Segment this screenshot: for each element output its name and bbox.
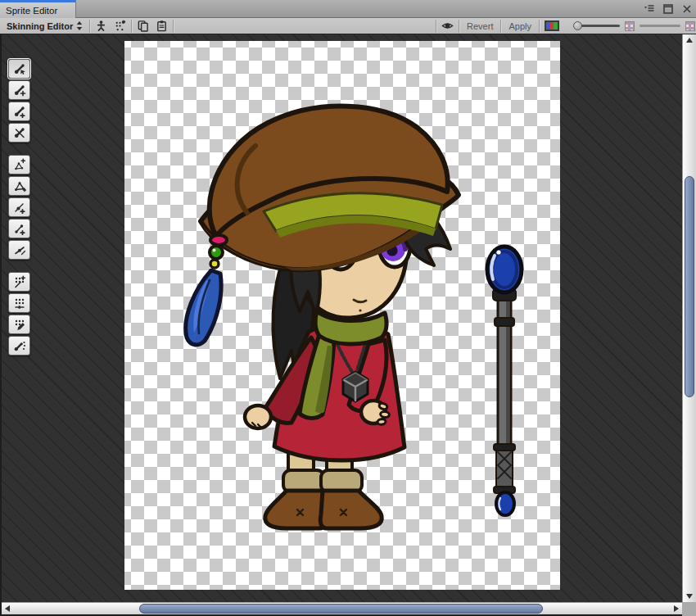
scroll-right-arrow[interactable] — [671, 603, 682, 614]
tool-weight-slider[interactable] — [8, 293, 30, 313]
tool-create-bone[interactable] — [8, 102, 30, 121]
tool-auto-geometry[interactable] — [8, 155, 30, 174]
tool-split-edge[interactable] — [8, 240, 30, 260]
mipmap-slider-track[interactable] — [640, 25, 680, 27]
revert-button[interactable]: Revert — [461, 21, 499, 31]
witch-character-sprite — [124, 41, 560, 590]
window-controls — [643, 0, 693, 18]
skinning-tool-sidebar — [8, 59, 30, 356]
zoom-slider-track[interactable] — [581, 25, 620, 27]
tab-title: Sprite Editor — [6, 6, 57, 16]
zoom-slider-handle[interactable] — [573, 21, 582, 30]
close-icon[interactable] — [680, 3, 693, 16]
paste-icon — [156, 20, 168, 32]
separator — [539, 20, 540, 33]
separator — [436, 20, 436, 33]
mode-dropdown-label: Skinning Editor — [7, 21, 73, 31]
separator — [500, 20, 501, 33]
bone-tools — [8, 59, 30, 143]
scroll-up-arrow[interactable] — [683, 34, 696, 46]
zoom-slider[interactable] — [573, 21, 620, 30]
create-vertex-icon — [13, 201, 26, 214]
horizontal-scrollbar[interactable] — [2, 602, 682, 614]
updown-arrows-icon — [76, 21, 83, 30]
edit-geometry-icon — [13, 179, 26, 192]
mipmap-texture-icon — [685, 21, 695, 31]
eye-icon[interactable] — [438, 19, 457, 34]
toolbar-button-paste[interactable] — [152, 19, 171, 34]
rgb-alpha-icon[interactable] — [545, 20, 559, 31]
bone-influence-icon — [13, 339, 26, 352]
left-boot — [265, 491, 326, 528]
tool-create-edge[interactable] — [8, 219, 30, 238]
green-bead — [210, 246, 223, 259]
separator — [131, 20, 132, 33]
scroll-down-arrow[interactable] — [683, 591, 696, 602]
mipmap-slider[interactable] — [640, 25, 680, 27]
rgb-bar-green — [554, 22, 558, 29]
vertical-scroll-thumb[interactable] — [685, 176, 694, 397]
maximize-icon[interactable] — [662, 3, 674, 16]
skeleton-icon — [95, 20, 107, 32]
toolbar-button-pose-dots[interactable] — [111, 19, 129, 34]
vertical-scrollbar[interactable] — [682, 34, 696, 602]
tool-create-vertex[interactable] — [8, 197, 30, 217]
weight-slider-icon — [13, 297, 26, 310]
sprite-texture-area[interactable] — [124, 41, 560, 590]
tool-auto-weights[interactable] — [8, 272, 30, 292]
copy-icon — [137, 20, 149, 32]
auto-weights-icon — [13, 275, 26, 288]
scrollbar-corner — [682, 602, 696, 616]
split-bone-icon — [13, 126, 26, 139]
edit-bone-icon — [13, 84, 26, 97]
yellow-bead — [210, 260, 219, 268]
tool-edit-bone[interactable] — [8, 80, 30, 100]
geometry-tools — [8, 155, 30, 260]
right-boot — [320, 491, 382, 528]
separator — [89, 20, 90, 33]
separator — [459, 20, 459, 33]
create-edge-icon — [13, 222, 26, 235]
create-bone-icon — [13, 105, 26, 118]
weight-brush-icon — [13, 318, 26, 331]
hat-beads-and-feather — [186, 235, 227, 345]
toolbar-button-copy[interactable] — [133, 19, 152, 34]
mode-dropdown[interactable]: Skinning Editor — [0, 18, 88, 34]
main-toolbar: Skinning Editor Revert Apply — [0, 18, 696, 34]
staff-sprite — [487, 247, 522, 515]
sprite-editor-window: Sprite Editor Skinning Editor R — [0, 0, 696, 616]
window-menu-icon[interactable] — [643, 3, 655, 16]
tool-preview-pose[interactable] — [8, 59, 30, 79]
preview-pose-icon — [13, 62, 26, 75]
apply-button[interactable]: Apply — [503, 21, 537, 31]
pink-bead — [210, 235, 227, 245]
toolbar-button-skeleton[interactable] — [92, 19, 111, 34]
auto-geometry-icon — [13, 158, 26, 171]
pose-dots-icon — [114, 20, 126, 32]
canvas-viewport[interactable] — [2, 34, 682, 602]
scroll-left-arrow[interactable] — [2, 603, 13, 614]
tool-weight-brush[interactable] — [8, 315, 30, 334]
mipmap-texture-icon — [625, 21, 635, 31]
horizontal-scroll-thumb[interactable] — [139, 604, 543, 614]
title-bar: Sprite Editor — [0, 0, 696, 18]
weight-tools — [8, 272, 30, 356]
blue-feather — [186, 270, 221, 345]
tool-bone-influence[interactable] — [8, 336, 30, 356]
split-edge-icon — [13, 243, 26, 256]
tab-sprite-editor[interactable]: Sprite Editor — [0, 0, 76, 18]
separator — [173, 20, 174, 33]
tool-edit-geometry[interactable] — [8, 176, 30, 196]
tool-split-bone[interactable] — [8, 123, 30, 143]
